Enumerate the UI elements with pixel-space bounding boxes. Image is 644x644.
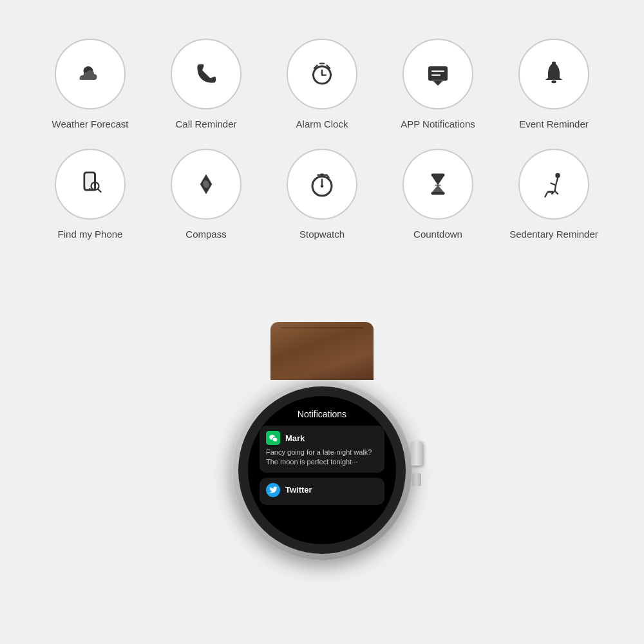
feature-weather-forecast: Weather Forecast (48, 39, 132, 129)
feature-event-reminder: Event Reminder (512, 39, 596, 129)
call-reminder-icon-circle (171, 39, 242, 109)
svg-line-32 (555, 185, 556, 191)
feature-alarm-clock: Alarm Clock (280, 39, 364, 129)
compass-label: Compass (185, 229, 226, 240)
svg-line-34 (555, 191, 558, 194)
watch-crown-small (412, 473, 421, 486)
compass-icon-circle (171, 149, 242, 220)
stopwatch-label: Stopwatch (299, 229, 345, 240)
app-notifications-icon-circle (402, 39, 473, 109)
watch-body: Notifications Mark Fancy going for a lat… (232, 380, 412, 560)
countdown-label: Countdown (413, 229, 462, 240)
features-row-2: Find my Phone Compass (48, 149, 596, 240)
svg-point-12 (551, 80, 556, 84)
notif-sender-name: Mark (285, 433, 305, 443)
watch-bezel: Notifications Mark Fancy going for a lat… (238, 386, 406, 554)
svg-line-36 (545, 193, 547, 197)
notification-card-wechat: Mark Fancy going for a late-night walk? … (260, 426, 384, 473)
svg-line-17 (98, 189, 101, 193)
watch-screen: Notifications Mark Fancy going for a lat… (248, 396, 396, 544)
feature-find-my-phone: Find my Phone (48, 149, 132, 240)
svg-point-15 (89, 188, 91, 190)
event-reminder-icon-circle (518, 39, 589, 109)
svg-rect-22 (320, 174, 324, 176)
notif-message-text: Fancy going for a late-night walk? The m… (266, 448, 378, 468)
notif-sender-twitter: Twitter (285, 485, 312, 495)
watch-strap-top (270, 322, 374, 380)
svg-line-30 (556, 178, 558, 185)
svg-rect-27 (431, 192, 445, 195)
svg-rect-11 (552, 62, 556, 65)
weather-icon (75, 59, 106, 90)
feature-stopwatch: Stopwatch (280, 149, 364, 240)
sedentary-reminder-label: Sedentary Reminder (509, 229, 598, 240)
svg-rect-14 (86, 174, 95, 187)
notification-card-twitter: Twitter (260, 478, 384, 505)
feature-compass: Compass (164, 149, 248, 240)
svg-line-31 (551, 184, 556, 185)
weather-forecast-icon-circle (55, 39, 126, 109)
svg-rect-7 (428, 66, 448, 81)
features-row-1: Weather Forecast Call Reminder (48, 39, 596, 129)
find-my-phone-label: Find my Phone (58, 229, 123, 240)
countdown-icon-circle (402, 149, 473, 220)
find-my-phone-icon-circle (55, 149, 126, 220)
alarm-icon (307, 59, 337, 90)
alarm-clock-icon-circle (287, 39, 357, 109)
sedentary-reminder-icon-circle (518, 149, 589, 220)
compass-icon (191, 169, 222, 200)
weather-forecast-label: Weather Forecast (52, 118, 129, 129)
alarm-clock-label: Alarm Clock (296, 118, 348, 129)
bell-icon (538, 59, 569, 90)
notif-header-wechat: Mark (266, 431, 378, 445)
stopwatch-icon-circle (287, 149, 357, 220)
stopwatch-icon (307, 169, 337, 200)
feature-sedentary-reminder: Sedentary Reminder (512, 149, 596, 240)
watch-crown (411, 441, 422, 466)
sedentary-icon (538, 169, 569, 200)
feature-app-notifications: APP Notifications (396, 39, 480, 129)
feature-countdown: Countdown (396, 149, 480, 240)
notification-icon (422, 59, 453, 90)
feature-call-reminder: Call Reminder (164, 39, 248, 129)
wechat-icon (266, 431, 280, 445)
app-notifications-label: APP Notifications (401, 118, 475, 129)
svg-marker-8 (433, 81, 443, 86)
svg-rect-26 (431, 174, 445, 177)
event-reminder-label: Event Reminder (519, 118, 589, 129)
phone-icon (191, 59, 222, 90)
svg-point-29 (555, 173, 560, 178)
countdown-icon (422, 169, 453, 200)
features-section: Weather Forecast Call Reminder (0, 0, 644, 240)
svg-point-21 (321, 185, 324, 188)
call-reminder-label: Call Reminder (175, 118, 236, 129)
watch-section: Notifications Mark Fancy going for a lat… (180, 322, 464, 644)
notification-title: Notifications (298, 409, 346, 419)
notif-header-twitter: Twitter (266, 483, 378, 497)
svg-rect-35 (547, 191, 554, 193)
findphone-icon (75, 169, 106, 200)
twitter-icon (266, 483, 280, 497)
